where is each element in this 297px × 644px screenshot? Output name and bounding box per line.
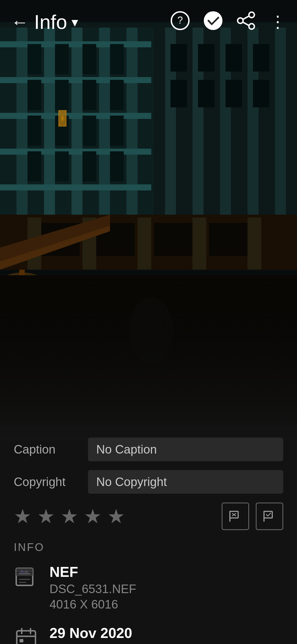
svg-rect-82 — [16, 572, 33, 573]
check-icon[interactable] — [204, 11, 223, 33]
star-1[interactable]: ★ — [14, 505, 32, 528]
file-dimensions: 4016 X 6016 — [50, 597, 283, 611]
star-4[interactable]: ★ — [84, 505, 102, 528]
caption-value[interactable]: No Caption — [88, 438, 283, 461]
caption-label: Caption — [14, 443, 80, 456]
svg-point-3 — [249, 12, 254, 18]
svg-point-5 — [249, 24, 254, 29]
calendar-icon — [14, 626, 38, 644]
info-section-header: INFO — [14, 541, 283, 553]
photo-area — [0, 0, 297, 440]
star-2[interactable]: ★ — [37, 505, 55, 528]
page-title: Info — [34, 11, 67, 33]
star-5[interactable]: ★ — [107, 505, 125, 528]
svg-text:?: ? — [177, 15, 183, 26]
file-name: DSC_6531.NEF — [50, 582, 283, 596]
rating-row: ★ ★ ★ ★ ★ — [14, 503, 283, 530]
star-3[interactable]: ★ — [61, 505, 78, 528]
photo-background — [0, 0, 297, 440]
help-icon[interactable]: ? — [170, 11, 190, 33]
share-icon[interactable] — [237, 11, 256, 33]
caption-row: Caption No Caption — [14, 438, 283, 461]
svg-line-6 — [243, 16, 249, 19]
date-info-row: 29 Nov 2020 20:54:08 — [14, 624, 283, 644]
header-icons: ? ⋮ — [170, 11, 286, 33]
more-options-icon[interactable]: ⋮ — [270, 14, 286, 30]
dropdown-arrow-icon[interactable]: ▾ — [72, 14, 78, 30]
star-rating[interactable]: ★ ★ ★ ★ ★ — [14, 505, 125, 528]
building-illustration — [0, 0, 297, 440]
svg-point-4 — [238, 18, 243, 23]
top-bar: ← Info ▾ ? — [0, 0, 297, 44]
svg-rect-68 — [0, 0, 297, 440]
title-group: Info ▾ — [34, 11, 165, 33]
date-info-content: 29 Nov 2020 20:54:08 — [50, 624, 283, 644]
file-info-row: NEF DSC_6531.NEF 4016 X 6016 — [14, 563, 283, 611]
svg-rect-73 — [264, 511, 272, 518]
pick-flag-button[interactable] — [256, 503, 283, 530]
date-value: 29 Nov 2020 — [50, 624, 283, 642]
reject-flag-button[interactable] — [222, 503, 249, 530]
svg-rect-87 — [20, 639, 23, 642]
svg-line-7 — [243, 22, 249, 26]
info-panel: Caption No Caption Copyright No Copyrigh… — [0, 427, 297, 644]
file-type: NEF — [50, 563, 283, 580]
copyright-value[interactable]: No Copyright — [88, 470, 283, 494]
copyright-row: Copyright No Copyright — [14, 470, 283, 494]
copyright-label: Copyright — [14, 475, 80, 489]
file-type-icon — [14, 564, 38, 589]
file-info-content: NEF DSC_6531.NEF 4016 X 6016 — [50, 563, 283, 611]
flag-buttons — [222, 503, 283, 530]
back-button[interactable]: ← — [11, 13, 29, 31]
svg-point-2 — [204, 11, 222, 30]
